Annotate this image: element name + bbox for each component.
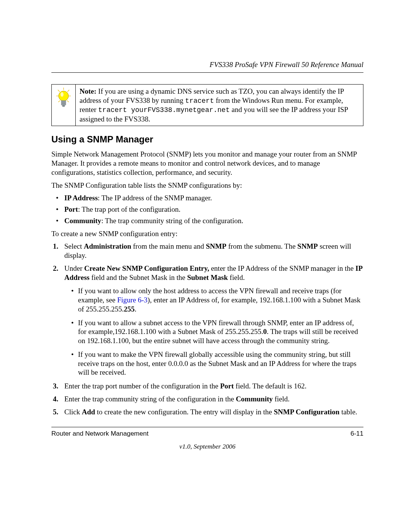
list-item-bold: Port	[64, 205, 78, 213]
step-bold: Administration	[84, 242, 131, 250]
list-item: Port: The trap port of the configuration…	[63, 205, 363, 214]
step-text: Select	[64, 242, 84, 250]
step-bold: Create New SNMP Configuration Entry,	[84, 264, 209, 272]
page: FVS338 ProSafe VPN Firewall 50 Reference…	[0, 0, 411, 532]
svg-rect-12	[62, 105, 65, 107]
step-text: field.	[273, 395, 290, 403]
steps-intro: To create a new SNMP configuration entry…	[51, 229, 363, 238]
note-code-1: tracert	[185, 97, 214, 105]
step-bold: Add	[82, 408, 95, 416]
list-item-bold: Community	[64, 217, 101, 225]
step-bold: Community	[236, 395, 273, 403]
step-text: from the submenu. The	[226, 242, 297, 250]
step-bold: SNMP	[206, 242, 226, 250]
svg-line-2	[67, 90, 69, 92]
step-3: Enter the trap port number of the config…	[63, 382, 363, 391]
step-text: from the main menu and	[131, 242, 206, 250]
step-bold: Port	[220, 382, 234, 390]
svg-point-8	[61, 92, 64, 97]
svg-rect-11	[61, 104, 66, 105]
step-text: table.	[339, 408, 357, 416]
svg-line-1	[58, 90, 60, 92]
step-text: enter the IP Address of the SNMP manager…	[209, 264, 355, 272]
sub-text: .	[135, 305, 137, 313]
step-4: Enter the trap community string of the c…	[63, 395, 363, 404]
lightbulb-icon	[55, 87, 72, 109]
step-5: Click Add to create the new configuratio…	[63, 407, 363, 417]
list-item-text: : The IP address of the SNMP manager.	[98, 194, 212, 202]
config-list: IP Address: The IP address of the SNMP m…	[51, 193, 363, 225]
list-item-bold: IP Address	[64, 194, 98, 202]
list-item: IP Address: The IP address of the SNMP m…	[63, 193, 363, 203]
step-text: Enter the trap community string of the c…	[64, 395, 236, 403]
footer-version: v1.0, September 2006	[51, 443, 363, 451]
sub-bold: 0	[263, 328, 267, 335]
footer: Router and Network Management 6-11	[51, 430, 363, 438]
step-2: Under Create New SNMP Configuration Entr…	[63, 264, 363, 377]
svg-rect-10	[61, 102, 66, 104]
note-text: Note: If you are using a dynamic DNS ser…	[76, 85, 363, 126]
sub-item: If you want to allow a subnet access to …	[78, 318, 363, 345]
svg-rect-9	[61, 101, 66, 102]
step-text: field and the Subnet Mask in the	[89, 273, 187, 281]
svg-point-7	[59, 91, 68, 101]
step-text: to create the new configuration. The ent…	[95, 408, 274, 416]
list-item: Community: The trap community string of …	[63, 216, 363, 225]
sub-item: If you want to make the VPN firewall glo…	[78, 350, 363, 377]
header-rule	[51, 72, 363, 73]
footer-section: Router and Network Management	[51, 430, 148, 438]
page-number: 6-11	[350, 430, 363, 438]
section-heading: Using a SNMP Manager	[51, 134, 363, 145]
note-icon-cell	[52, 85, 76, 126]
intro-paragraph-1: Simple Network Management Protocol (SNMP…	[51, 150, 363, 177]
intro-paragraph-2: The SNMP Configuration table lists the S…	[51, 181, 363, 190]
sub-bold: 255	[124, 305, 135, 313]
figure-xref[interactable]: Figure 6-3	[117, 296, 148, 304]
step-bold: SNMP Configuration	[274, 408, 340, 416]
list-item-text: : The trap port of the configuration.	[78, 205, 180, 213]
step-text: Click	[64, 408, 82, 416]
note-code-2: tracert yourFVS338.mynetgear.net	[98, 106, 230, 114]
running-header: FVS338 ProSafe VPN Firewall 50 Reference…	[51, 60, 363, 69]
step-bold: SNMP	[297, 242, 318, 250]
footer-rule	[51, 427, 363, 427]
step-bold: Subnet Mask	[187, 273, 228, 281]
step-2-sublist: If you want to allow only the host addre…	[64, 286, 363, 377]
list-item-text: : The trap community string of the confi…	[101, 217, 243, 225]
step-1: Select Administration from the main menu…	[63, 242, 363, 260]
svg-line-6	[67, 101, 69, 102]
step-text: Enter the trap port number of the config…	[64, 382, 220, 390]
note-label: Note:	[80, 87, 96, 95]
step-text: Under	[64, 264, 84, 272]
svg-line-5	[58, 101, 60, 102]
step-text: field. The default is 162.	[234, 382, 306, 390]
note-callout: Note: If you are using a dynamic DNS ser…	[51, 84, 363, 126]
steps-list: Select Administration from the main menu…	[51, 242, 363, 416]
sub-item: If you want to allow only the host addre…	[78, 286, 363, 313]
step-text: field.	[228, 273, 245, 281]
